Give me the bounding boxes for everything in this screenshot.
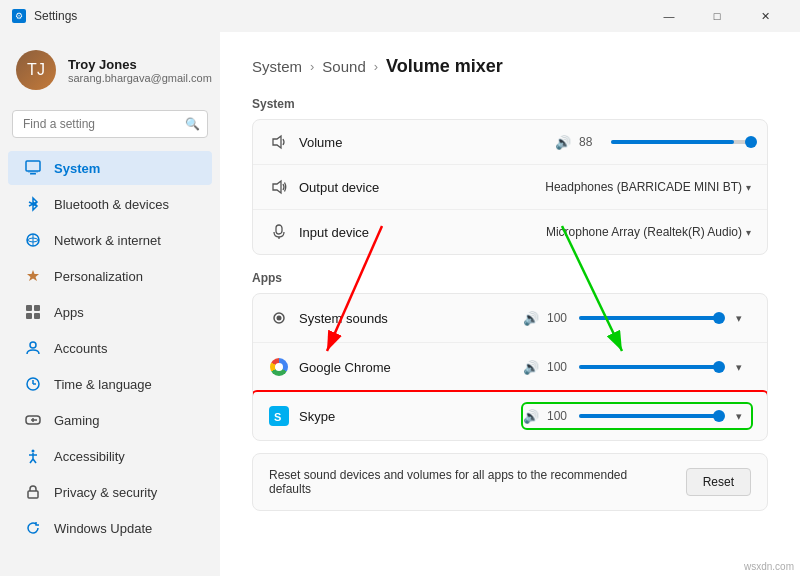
volume-thumb[interactable] — [745, 136, 757, 148]
skype-vol-icon: 🔊 — [523, 409, 539, 424]
system-sounds-control[interactable]: 🔊 100 ▾ — [523, 306, 751, 330]
input-device-control[interactable]: Microphone Array (Realtek(R) Audio) ▾ — [546, 225, 751, 239]
sys-sounds-vol-icon: 🔊 — [523, 311, 539, 326]
settings-app-icon: ⚙ — [12, 9, 26, 23]
svg-line-23 — [33, 459, 36, 463]
maximize-button[interactable]: □ — [694, 0, 740, 32]
minimize-button[interactable]: — — [646, 0, 692, 32]
system-sounds-label: System sounds — [299, 311, 523, 326]
chrome-vol-icon: 🔊 — [523, 360, 539, 375]
system-sounds-slider[interactable] — [579, 316, 719, 320]
breadcrumb-sep1: › — [310, 59, 314, 74]
volume-control[interactable]: 🔊 88 — [555, 135, 751, 150]
chrome-vol-value: 100 — [547, 360, 571, 374]
breadcrumb-sound[interactable]: Sound — [322, 58, 365, 75]
skype-slider[interactable] — [579, 414, 719, 418]
search-icon: 🔍 — [185, 117, 200, 131]
svg-rect-9 — [26, 313, 32, 319]
skype-icon: S — [269, 406, 289, 426]
network-icon — [24, 231, 42, 249]
sidebar-item-accessibility[interactable]: Accessibility — [8, 439, 212, 473]
chrome-thumb[interactable] — [713, 361, 725, 373]
system-settings-card: Volume 🔊 88 Output device — [252, 119, 768, 255]
content-wrapper: System › Sound › Volume mixer System Vol… — [252, 56, 768, 511]
reset-row: Reset sound devices and volumes for all … — [252, 453, 768, 511]
reset-text: Reset sound devices and volumes for all … — [269, 468, 670, 496]
app-body: TJ Troy Jones sarang.bhargava@gmail.com … — [0, 32, 800, 576]
volume-row-icon — [269, 132, 289, 152]
titlebar-left: ⚙ Settings — [12, 9, 77, 23]
output-dropdown[interactable]: Headphones (BARRICADE MINI BT) ▾ — [545, 180, 751, 194]
skype-control[interactable]: 🔊 100 ▾ — [523, 404, 751, 428]
volume-slider[interactable] — [611, 140, 751, 144]
chrome-label: Google Chrome — [299, 360, 523, 375]
chrome-control[interactable]: 🔊 100 ▾ — [523, 355, 751, 379]
output-device-value: Headphones (BARRICADE MINI BT) — [545, 180, 742, 194]
sidebar-label-personalization: Personalization — [54, 269, 143, 284]
chrome-icon — [269, 357, 289, 377]
sidebar-item-network[interactable]: Network & internet — [8, 223, 212, 257]
titlebar-controls[interactable]: — □ ✕ — [646, 0, 788, 32]
sidebar-item-gaming[interactable]: Gaming — [8, 403, 212, 437]
user-info: Troy Jones sarang.bhargava@gmail.com — [68, 57, 212, 84]
skype-expand[interactable]: ▾ — [727, 404, 751, 428]
sidebar-label-bluetooth: Bluetooth & devices — [54, 197, 169, 212]
titlebar: ⚙ Settings — □ ✕ — [0, 0, 800, 32]
output-device-label: Output device — [299, 180, 545, 195]
privacy-icon — [24, 483, 42, 501]
avatar: TJ — [16, 50, 56, 90]
svg-text:S: S — [274, 411, 281, 423]
svg-rect-1 — [30, 173, 36, 175]
sidebar-item-privacy[interactable]: Privacy & security — [8, 475, 212, 509]
system-icon — [24, 159, 42, 177]
input-device-row: Input device Microphone Array (Realtek(R… — [253, 210, 767, 254]
close-button[interactable]: ✕ — [742, 0, 788, 32]
breadcrumb-system[interactable]: System — [252, 58, 302, 75]
volume-value: 88 — [579, 135, 603, 149]
sidebar-item-accounts[interactable]: Accounts — [8, 331, 212, 365]
search-input[interactable] — [12, 110, 208, 138]
chrome-row: Google Chrome 🔊 100 ▾ — [253, 343, 767, 392]
sidebar-label-apps: Apps — [54, 305, 84, 320]
svg-rect-24 — [28, 491, 38, 498]
search-box[interactable]: 🔍 — [12, 110, 208, 138]
sidebar-item-update[interactable]: Windows Update — [8, 511, 212, 545]
output-device-control[interactable]: Headphones (BARRICADE MINI BT) ▾ — [545, 180, 751, 194]
bluetooth-icon — [24, 195, 42, 213]
breadcrumb: System › Sound › Volume mixer — [252, 56, 768, 77]
skype-thumb[interactable] — [713, 410, 725, 422]
input-dropdown-arrow: ▾ — [746, 227, 751, 238]
system-sounds-expand[interactable]: ▾ — [727, 306, 751, 330]
svg-point-11 — [30, 342, 36, 348]
accounts-icon — [24, 339, 42, 357]
gaming-icon — [24, 411, 42, 429]
chrome-expand[interactable]: ▾ — [727, 355, 751, 379]
sidebar-item-apps[interactable]: Apps — [8, 295, 212, 329]
skype-label: Skype — [299, 409, 523, 424]
personalization-icon — [24, 267, 42, 285]
svg-point-30 — [277, 316, 282, 321]
input-device-value: Microphone Array (Realtek(R) Audio) — [546, 225, 742, 239]
update-icon — [24, 519, 42, 537]
sys-sounds-thumb[interactable] — [713, 312, 725, 324]
sidebar-item-bluetooth[interactable]: Bluetooth & devices — [8, 187, 212, 221]
svg-marker-25 — [273, 136, 281, 148]
system-section-title: System — [252, 97, 768, 111]
svg-rect-0 — [26, 161, 40, 171]
app-title: Settings — [34, 9, 77, 23]
svg-rect-7 — [26, 305, 32, 311]
skype-row: S Skype 🔊 100 ▾ — [253, 392, 767, 440]
user-section[interactable]: TJ Troy Jones sarang.bhargava@gmail.com — [0, 40, 220, 106]
sidebar-item-personalization[interactable]: Personalization — [8, 259, 212, 293]
sidebar-label-accessibility: Accessibility — [54, 449, 125, 464]
svg-point-18 — [35, 419, 37, 421]
sidebar-label-privacy: Privacy & security — [54, 485, 157, 500]
input-dropdown[interactable]: Microphone Array (Realtek(R) Audio) ▾ — [546, 225, 751, 239]
chrome-slider[interactable] — [579, 365, 719, 369]
sidebar-item-time[interactable]: Time & language — [8, 367, 212, 401]
sidebar-label-network: Network & internet — [54, 233, 161, 248]
vol-speaker-icon: 🔊 — [555, 135, 571, 150]
sidebar-label-update: Windows Update — [54, 521, 152, 536]
sidebar-item-system[interactable]: System — [8, 151, 212, 185]
reset-button[interactable]: Reset — [686, 468, 751, 496]
